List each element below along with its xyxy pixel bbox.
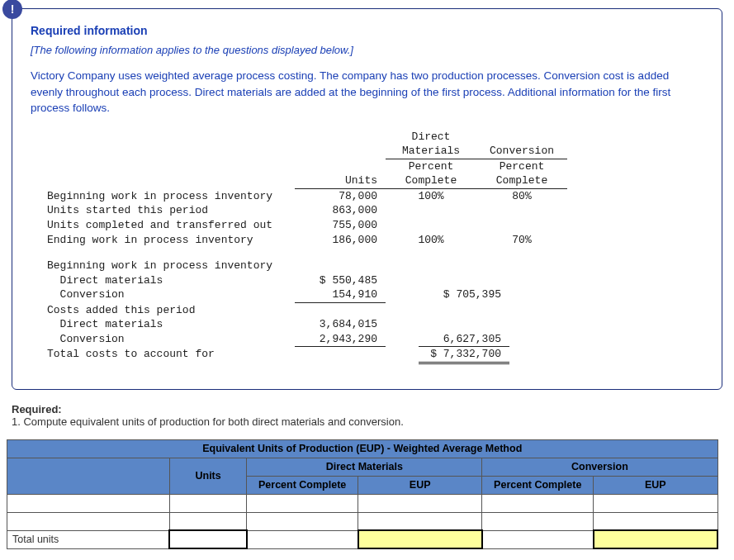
answer-total-cv-eup[interactable]	[594, 530, 717, 548]
cost-cv2-val: 2,943,290	[295, 332, 386, 348]
cost-cv2-label: Conversion	[47, 332, 295, 348]
cost-sub1: $ 705,395	[419, 287, 509, 303]
row-beg-wip-label: Beginning work in process inventory	[47, 189, 295, 204]
answer-cv-pct-header: Percent Complete	[482, 476, 594, 494]
answer-title: Equivalent Units of Production (EUP) - W…	[7, 439, 718, 458]
cost-hdr-beg: Beginning work in process inventory	[47, 259, 295, 273]
header-cv-complete: Complete	[476, 173, 567, 189]
answer-row1-cv-eup[interactable]	[594, 494, 717, 512]
answer-row2-cv-pct[interactable]	[482, 512, 594, 530]
answer-table-wrap: Equivalent Units of Production (EUP) - W…	[7, 439, 718, 550]
row-completed-label: Units completed and transferred out	[47, 218, 295, 233]
page: ! Required information [The following in…	[0, 8, 734, 549]
answer-row1-label[interactable]	[7, 494, 170, 512]
required-section: Required: 1. Compute equivalent units of…	[12, 403, 722, 428]
cost-hdr-added: Costs added this period	[47, 303, 295, 318]
header-dm-line1: Direct	[386, 130, 476, 145]
answer-row1-dm-eup[interactable]	[358, 494, 482, 512]
row-end-wip-cv: 70%	[476, 233, 567, 248]
eup-answer-table: Equivalent Units of Production (EUP) - W…	[7, 439, 718, 550]
row-started-units: 863,000	[295, 203, 386, 218]
answer-row2-cv-eup[interactable]	[594, 512, 717, 530]
header-dm-pct: Percent	[386, 159, 476, 174]
cost-cv-label: Conversion	[47, 287, 295, 303]
answer-row2-units[interactable]	[169, 512, 246, 530]
info-badge-icon: !	[2, 0, 22, 19]
answer-blank-corner	[7, 458, 170, 494]
header-dm-complete: Complete	[386, 173, 476, 189]
row-started-label: Units started this period	[47, 203, 295, 218]
cost-dm-val: $ 550,485	[295, 273, 386, 288]
cost-dm2-label: Direct materials	[47, 317, 295, 332]
answer-group-dm: Direct Materials	[247, 458, 482, 476]
answer-col-units: Units	[169, 458, 246, 494]
costs-table: Beginning work in process inventory Dire…	[47, 259, 703, 364]
row-beg-wip-dm: 100%	[386, 189, 476, 204]
header-dm-line2: Materials	[386, 144, 476, 159]
answer-total-dm-eup[interactable]	[358, 530, 482, 548]
answer-total-dm-pct	[247, 530, 358, 548]
cost-dm-label: Direct materials	[47, 273, 295, 288]
answer-row-total-label: Total units	[7, 530, 170, 548]
row-end-wip-label: Ending work in process inventory	[47, 233, 295, 248]
header-cv-line2: Conversion	[476, 144, 567, 159]
cost-total-label: Total costs to account for	[47, 347, 295, 364]
cost-cv-val: 154,910	[295, 287, 386, 303]
header-units: Units	[295, 173, 386, 189]
answer-row1-units[interactable]	[169, 494, 246, 512]
problem-paragraph: Victory Company uses weighted average pr…	[31, 68, 703, 116]
row-beg-wip-cv: 80%	[476, 189, 567, 204]
cost-dm2-val: 3,684,015	[295, 317, 386, 332]
row-end-wip-units: 186,000	[295, 233, 386, 248]
applies-note: [The following information applies to th…	[31, 44, 703, 56]
answer-row2-dm-eup[interactable]	[358, 512, 482, 530]
answer-total-cv-pct	[482, 530, 594, 548]
answer-dm-eup-header: EUP	[358, 476, 482, 494]
answer-row2-dm-pct[interactable]	[247, 512, 358, 530]
answer-dm-pct-header: Percent Complete	[247, 476, 358, 494]
header-cv-pct: Percent	[476, 159, 567, 174]
required-item-1: 1. Compute equivalent units of productio…	[12, 415, 722, 428]
answer-group-cv: Conversion	[482, 458, 717, 476]
required-info-heading: Required information	[31, 24, 703, 37]
info-card: ! Required information [The following in…	[12, 8, 722, 390]
answer-row1-dm-pct[interactable]	[247, 494, 358, 512]
cost-sub2: 6,627,305	[419, 332, 509, 348]
units-table: Direct Materials Conversion Percent Perc…	[47, 130, 703, 247]
answer-total-units[interactable]	[169, 530, 246, 548]
cost-grand-total: $ 7,332,700	[419, 347, 509, 364]
row-beg-wip-units: 78,000	[295, 189, 386, 204]
row-completed-units: 755,000	[295, 218, 386, 233]
answer-row1-cv-pct[interactable]	[482, 494, 594, 512]
answer-cv-eup-header: EUP	[594, 476, 717, 494]
required-label: Required:	[12, 403, 62, 415]
row-end-wip-dm: 100%	[386, 233, 476, 248]
answer-row2-label[interactable]	[7, 512, 170, 530]
